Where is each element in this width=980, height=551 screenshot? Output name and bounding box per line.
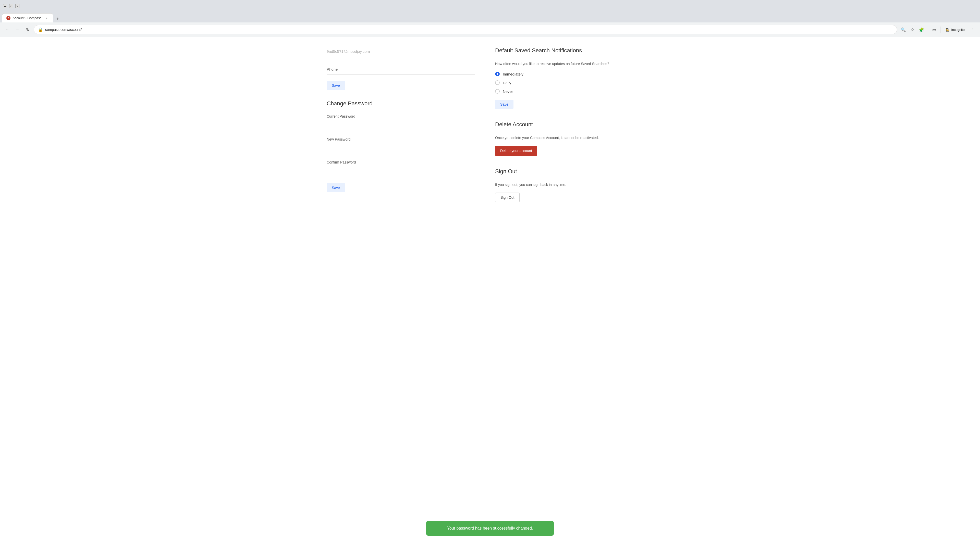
- delete-account-button[interactable]: Delete your account: [495, 146, 537, 156]
- radio-daily-circle: [495, 80, 500, 85]
- toolbar: ← → ↻ 🔒 🔍 ☆ 🧩 ▭ 🕵 Incognito ⋮: [0, 22, 980, 37]
- tab-bar: C Account - Compass × +: [0, 12, 980, 22]
- confirm-password-field: Confirm Password: [327, 160, 475, 177]
- tab-close-button[interactable]: ×: [45, 16, 49, 20]
- bookmark-button[interactable]: ☆: [908, 25, 916, 34]
- delete-account-section: Delete Account Once you delete your Comp…: [495, 121, 643, 156]
- notifications-save-button[interactable]: Save: [495, 100, 514, 109]
- notifications-description: How often would you like to receive upda…: [495, 61, 643, 67]
- search-button[interactable]: 🔍: [899, 25, 907, 34]
- radio-immediately-label: Immediately: [503, 72, 523, 76]
- right-column: Default Saved Search Notifications How o…: [495, 47, 643, 541]
- incognito-icon: 🕵: [945, 28, 950, 32]
- change-password-section: Change Password Current Password New Pas…: [327, 100, 475, 192]
- notification-radio-group: Immediately Daily Never: [495, 72, 643, 94]
- sign-out-title: Sign Out: [495, 168, 643, 178]
- change-password-title: Change Password: [327, 100, 475, 110]
- forward-button[interactable]: →: [13, 25, 21, 34]
- maximize-button[interactable]: □: [9, 4, 13, 8]
- page-content: 9ad5c571@moodjoy.com Save Change Passwor…: [311, 37, 669, 551]
- phone-field: [327, 64, 475, 75]
- current-password-input[interactable]: [327, 121, 475, 131]
- radio-immediately[interactable]: Immediately: [495, 72, 643, 76]
- radio-never-label: Never: [503, 89, 513, 94]
- new-password-label: New Password: [327, 137, 475, 141]
- browser-chrome: — □ ✕ C Account - Compass × + ← → ↻ 🔒 🔍 …: [0, 0, 980, 37]
- toolbar-right: 🔍 ☆ 🧩 ▭ 🕵 Incognito ⋮: [899, 25, 977, 34]
- tab-favicon: C: [6, 16, 11, 20]
- url-input[interactable]: [45, 27, 893, 32]
- toast-message: Your password has been successfully chan…: [447, 526, 533, 530]
- minimize-button[interactable]: —: [3, 4, 7, 8]
- current-password-field: Current Password: [327, 114, 475, 131]
- password-save-button[interactable]: Save: [327, 183, 345, 192]
- sign-out-description: If you sign out, you can sign back in an…: [495, 182, 643, 187]
- sidebar-button[interactable]: ▭: [930, 25, 938, 34]
- sign-out-section: Sign Out If you sign out, you can sign b…: [495, 168, 643, 202]
- refresh-button[interactable]: ↻: [24, 25, 32, 34]
- lock-icon: 🔒: [38, 27, 43, 32]
- radio-immediately-circle: [495, 72, 500, 76]
- incognito-label: Incognito: [951, 28, 965, 32]
- more-options-button[interactable]: ⋮: [969, 25, 977, 34]
- profile-save-button[interactable]: Save: [327, 81, 345, 90]
- title-bar: — □ ✕: [0, 0, 980, 12]
- back-button[interactable]: ←: [3, 25, 11, 34]
- extensions-button[interactable]: 🧩: [918, 25, 926, 34]
- phone-input[interactable]: [327, 64, 475, 75]
- confirm-password-label: Confirm Password: [327, 160, 475, 164]
- new-password-field: New Password: [327, 137, 475, 154]
- notifications-section: Default Saved Search Notifications How o…: [495, 47, 643, 109]
- address-bar[interactable]: 🔒: [34, 25, 897, 34]
- current-password-label: Current Password: [327, 114, 475, 118]
- radio-never[interactable]: Never: [495, 89, 643, 94]
- active-tab[interactable]: C Account - Compass ×: [2, 13, 53, 22]
- delete-account-description: Once you delete your Compass Account, it…: [495, 135, 643, 141]
- radio-daily-label: Daily: [503, 81, 511, 85]
- confirm-password-input[interactable]: [327, 166, 475, 177]
- tab-title: Account - Compass: [13, 16, 41, 20]
- new-tab-button[interactable]: +: [54, 15, 61, 22]
- email-display: 9ad5c571@moodjoy.com: [327, 47, 475, 58]
- sign-out-button[interactable]: Sign Out: [495, 192, 520, 202]
- delete-account-title: Delete Account: [495, 121, 643, 131]
- divider: [928, 27, 928, 33]
- success-toast: Your password has been successfully chan…: [426, 521, 554, 536]
- new-password-input[interactable]: [327, 143, 475, 154]
- left-column: 9ad5c571@moodjoy.com Save Change Passwor…: [327, 47, 475, 541]
- incognito-button[interactable]: 🕵 Incognito: [942, 27, 968, 33]
- radio-never-circle: [495, 89, 500, 94]
- close-button[interactable]: ✕: [15, 4, 19, 8]
- window-controls: — □ ✕: [3, 4, 19, 8]
- divider2: [940, 27, 940, 33]
- notifications-title: Default Saved Search Notifications: [495, 47, 643, 57]
- radio-daily[interactable]: Daily: [495, 80, 643, 85]
